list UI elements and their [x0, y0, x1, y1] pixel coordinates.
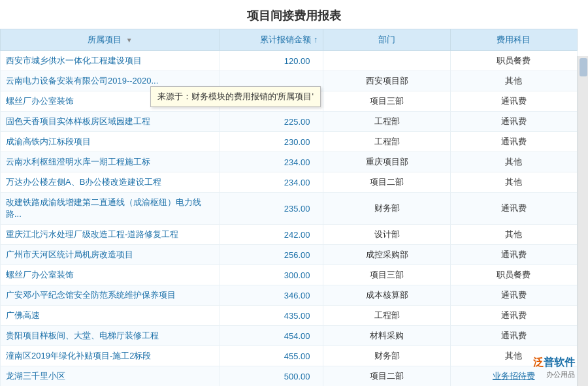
cell-amount: 346.00 [220, 285, 323, 306]
table-row: 龙湖三千里小区500.00项目二部业务招待费 [1, 366, 578, 387]
table-row: 贵阳项目样板间、大堂、电梯厅装修工程454.00材料采购通讯费 [1, 326, 578, 346]
table-row: 螺丝厂办公室装饰300.00项目三部职员餐费 [1, 265, 578, 285]
table-row: 广州市天河区统计局机房改造项目256.00成控采购部通讯费 [1, 245, 578, 265]
cell-dept: 项目三部 [323, 91, 450, 112]
cell-project: 固色天香项目实体样板房区域园建工程 [1, 112, 220, 132]
cell-amount: 454.00 [220, 326, 323, 346]
cell-amount: 234.00 [220, 152, 323, 172]
cell-project: 西安市城乡供水一体化工程建设项目 [1, 51, 220, 71]
cell-dept: 西安项目部 [323, 71, 450, 91]
cell-category: 通讯费 [450, 193, 577, 225]
th-project[interactable]: 所属项目 ▼ [1, 29, 220, 51]
cell-project: 广州市天河区统计局机房改造项目 [1, 245, 220, 265]
cell-amount: 455.00 [220, 346, 323, 366]
tooltip: 来源于：财务模块的费用报销的'所属项目' [150, 86, 321, 107]
cell-category: 职员餐费 [450, 51, 577, 71]
cell-project: 龙湖三千里小区 [1, 366, 220, 387]
table-row: 广安邓小平纪念馆安全防范系统维护保养项目346.00成本核算部通讯费 [1, 285, 578, 306]
cell-category: 其他 [450, 71, 577, 91]
cell-amount: 435.00 [220, 306, 323, 326]
cell-dept: 成本核算部 [323, 285, 450, 306]
th-amount[interactable]: 累计报销金额 ↑ [220, 29, 323, 51]
cell-amount: 242.00 [220, 225, 323, 245]
cell-category: 通讯费 [450, 91, 577, 112]
cell-project: 广佛高速 [1, 306, 220, 326]
cell-project: 云南水利枢纽澄明水库一期工程施工标 [1, 152, 220, 172]
table-row: 广佛高速435.00工程部通讯费 [1, 306, 578, 326]
cell-dept: 项目二部 [323, 366, 450, 387]
cell-category: 通讯费 [450, 285, 577, 306]
cell-project: 重庆江北污水处理厂级改造工程-道路修复工程 [1, 225, 220, 245]
cell-project: 潼南区2019年绿化补贴项目-施工2标段 [1, 346, 220, 366]
cell-category: 其他 [450, 346, 577, 366]
cell-category: 通讯费 [450, 132, 577, 152]
cell-dept: 项目三部 [323, 265, 450, 285]
cell-category: 通讯费 [450, 326, 577, 346]
cell-project: 螺丝厂办公室装饰 [1, 265, 220, 285]
table-row: 云南水利枢纽澄明水库一期工程施工标234.00重庆项目部其他 [1, 152, 578, 172]
table-row: 成渝高铁内江标段项目230.00工程部通讯费 [1, 132, 578, 152]
cell-dept: 设计部 [323, 225, 450, 245]
cell-amount: 300.00 [220, 265, 323, 285]
cell-project: 万达办公楼左侧A、B办公楼改造建设工程 [1, 172, 220, 193]
cell-dept: 工程部 [323, 132, 450, 152]
cell-amount: 120.00 [220, 51, 323, 71]
cell-amount: 225.00 [220, 112, 323, 132]
cell-amount: 234.00 [220, 172, 323, 193]
cell-amount: 230.00 [220, 132, 323, 152]
cell-category: 通讯费 [450, 112, 577, 132]
cell-project: 贵阳项目样板间、大堂、电梯厅装修工程 [1, 326, 220, 346]
cell-dept: 项目二部 [323, 172, 450, 193]
table-row: 西安市城乡供水一体化工程建设项目120.00职员餐费 [1, 51, 578, 71]
cell-category: 通讯费 [450, 245, 577, 265]
cell-dept: 工程部 [323, 306, 450, 326]
cell-dept: 财务部 [323, 193, 450, 225]
table-row: 固色天香项目实体样板房区域园建工程225.00工程部通讯费 [1, 112, 578, 132]
table-row: 改建铁路成渝线增建第二直通线（成渝枢纽）电力线路...235.00财务部通讯费 [1, 193, 578, 225]
cell-project: 广安邓小平纪念馆安全防范系统维护保养项目 [1, 285, 220, 306]
cell-project: 改建铁路成渝线增建第二直通线（成渝枢纽）电力线路... [1, 193, 220, 225]
cell-project: 成渝高铁内江标段项目 [1, 132, 220, 152]
cell-dept: 工程部 [323, 112, 450, 132]
cell-category: 职员餐费 [450, 265, 577, 285]
th-dept: 部门 [323, 29, 450, 51]
cell-dept: 财务部 [323, 346, 450, 366]
sort-icon-project: ▼ [126, 37, 133, 44]
table-header-row: 所属项目 ▼ 累计报销金额 ↑ 部门 费用科目 [1, 29, 578, 51]
main-table: 所属项目 ▼ 累计报销金额 ↑ 部门 费用科目 西安市城乡供水一体化工程建设项目… [0, 29, 578, 386]
cell-dept [323, 51, 450, 71]
page-title: 项目间接费用报表 [0, 0, 588, 29]
cell-category: 通讯费 [450, 306, 577, 326]
cell-amount: 256.00 [220, 245, 323, 265]
table-row: 万达办公楼左侧A、B办公楼改造建设工程234.00项目二部其他 [1, 172, 578, 193]
cell-category: 业务招待费 [450, 366, 577, 387]
cell-dept: 材料采购 [323, 326, 450, 346]
cell-dept: 成控采购部 [323, 245, 450, 265]
cell-category: 其他 [450, 225, 577, 245]
cell-category: 其他 [450, 172, 577, 193]
scrollbar-thumb[interactable] [580, 58, 587, 76]
th-category: 费用科目 [450, 29, 577, 51]
table-row: 重庆江北污水处理厂级改造工程-道路修复工程242.00设计部其他 [1, 225, 578, 245]
cell-amount: 235.00 [220, 193, 323, 225]
table-row: 潼南区2019年绿化补贴项目-施工2标段455.00财务部其他 [1, 346, 578, 366]
table-wrapper: 所属项目 ▼ 累计报销金额 ↑ 部门 费用科目 西安市城乡供水一体化工程建设项目… [0, 29, 588, 386]
scrollbar[interactable] [578, 56, 588, 386]
cell-amount: 500.00 [220, 366, 323, 387]
cell-category: 其他 [450, 152, 577, 172]
page-container: 项目间接费用报表 所属项目 ▼ 累计报销金额 ↑ [0, 0, 588, 386]
cell-dept: 重庆项目部 [323, 152, 450, 172]
